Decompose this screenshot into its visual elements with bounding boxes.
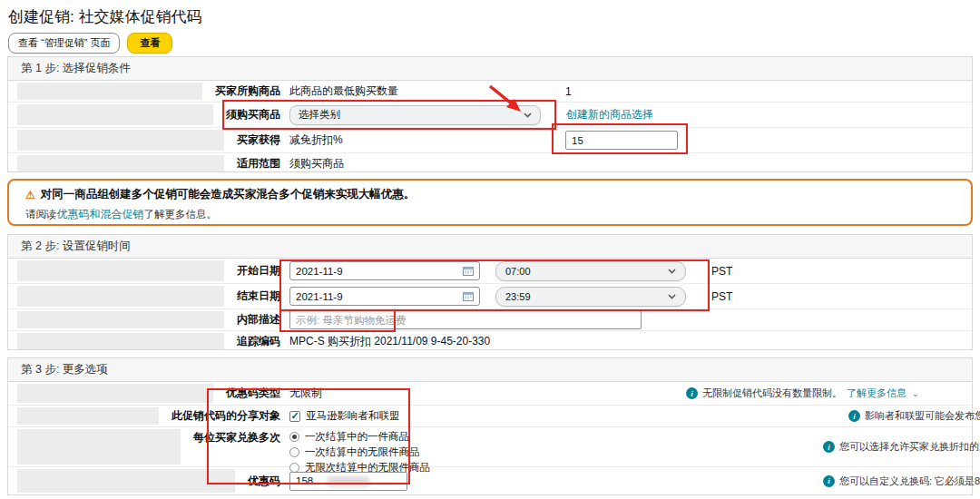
create-product-selection-link[interactable]: 创建新的商品选择 (566, 107, 653, 122)
buyer-gets-desc: 减免折扣% (289, 132, 565, 148)
tracking-code-label: 追踪编码 (224, 334, 280, 349)
redemption-label: 每位买家兑换多次 (181, 427, 280, 445)
end-date-input[interactable]: 2021-11-9 (289, 287, 480, 306)
row-buyer-purchases: 买家所购商品 此商品的最低购买数量 1 (8, 81, 972, 103)
internal-description-label: 内部描述 (224, 312, 280, 328)
warning-icon: ⚠ (25, 189, 35, 201)
internal-description-input[interactable] (289, 310, 642, 329)
row-gray-bar (17, 260, 224, 281)
row-gray-bar (17, 130, 224, 151)
influencer-checkbox-label: 亚马逊影响者和联盟 (306, 409, 400, 423)
redemption-info-text: 您可以选择允许买家兑换折扣的次数。 (839, 440, 980, 454)
promo-codes-link[interactable]: 优惠码和混合促销 (57, 208, 144, 220)
share-target-info-text: 影响者和联盟可能会发布您的促销消息以引导流量。参加此计划并不保证商品能够被投放。 (865, 409, 980, 423)
warning-line2-prefix: 请阅读 (25, 209, 57, 220)
calendar-icon (463, 291, 474, 301)
row-start-date: 开始日期 2021-11-9 07:00 PST (8, 259, 972, 284)
chevron-down-icon (668, 294, 676, 299)
info-icon: i (823, 441, 835, 453)
claim-code-label: 优惠码 (235, 474, 280, 489)
end-date-label: 结束日期 (224, 289, 280, 304)
warning-text: 对同一商品组创建多个促销可能会造成买家混合多个促销来实现大幅优惠。 (41, 187, 416, 202)
promotion-create-page: 创建促销: 社交媒体促销代码 查看 “管理促销” 页面 查看 第 1 步: 选择… (0, 0, 980, 499)
applies-to-label: 适用范围 (224, 156, 280, 171)
end-time-value: 23:59 (505, 291, 531, 302)
share-target-info: i 影响者和联盟可能会发布您的促销消息以引导流量。参加此计划并不保证商品能够被投… (848, 409, 980, 423)
radio-option-1: 一次结算中的一件商品 (289, 430, 430, 444)
step1-header: 第 1 步: 选择促销条件 (8, 57, 972, 81)
end-timezone: PST (711, 290, 732, 303)
row-share-target: 此促销代码的分享对象 ✓ 亚马逊影响者和联盟 i 影响者和联盟可能会发布您的促销… (8, 406, 972, 427)
warning-line2-suffix: 了解更多信息。 (144, 209, 218, 220)
row-internal-description: 内部描述 (8, 309, 972, 331)
buyer-purchases-label: 买家所购商品 (202, 83, 280, 99)
tracking-code-value: MPC-S 购买折扣 2021/11/09 9-45-20-330 (289, 334, 490, 349)
purchased-items-label: 须购买商品 (213, 107, 280, 122)
row-end-date: 结束日期 2021-11-9 23:59 PST (8, 284, 972, 309)
start-date-value: 2021-11-9 (296, 266, 343, 277)
discount-percent-input[interactable] (565, 131, 678, 150)
start-time-select[interactable]: 07:00 (495, 261, 686, 281)
end-time-select[interactable]: 23:59 (495, 287, 686, 307)
share-target-label: 此促销代码的分享对象 (159, 408, 280, 424)
step3-header: 第 3 步: 更多选项 (8, 358, 972, 382)
applies-to-value: 须购买商品 (289, 156, 344, 171)
category-select[interactable]: 选择类别 (289, 105, 541, 125)
row-gray-bar (17, 155, 224, 171)
view-manage-promotions-button[interactable]: 查看 “管理促销” 页面 (8, 33, 120, 54)
start-date-input[interactable]: 2021-11-9 (289, 261, 480, 280)
row-purchased-items: 须购买商品 选择类别 创建新的商品选择 i 此促销类型仅能使用 ASIN 列表。… (8, 103, 972, 128)
row-gray-bar (17, 83, 202, 100)
start-date-label: 开始日期 (224, 263, 280, 279)
step1-card: 第 1 步: 选择促销条件 买家所购商品 此商品的最低购买数量 1 须购买商品 … (7, 56, 973, 172)
redemption-info: i 您可以选择允许买家兑换折扣的次数。 了解更多信息 ⌄ (823, 440, 980, 454)
view-button[interactable]: 查看 (127, 33, 172, 54)
start-timezone: PST (711, 265, 732, 278)
learn-more-link[interactable]: 了解更多信息 (847, 386, 906, 400)
chevron-down-icon (524, 113, 532, 118)
row-redemption: 每位买家兑换多次 一次结算中的一件商品 一次结算中的无限件商品 无限次结算中的无… (8, 427, 972, 467)
info-icon: i (848, 410, 860, 422)
buyer-gets-label: 买家获得 (224, 132, 280, 148)
category-select-value: 选择类别 (299, 108, 340, 122)
row-gray-bar (17, 333, 224, 349)
row-code-type: 优惠码类型 无限制 i 无限制促销代码没有数量限制。 了解更多信息 ⌄ (8, 382, 972, 406)
row-gray-bar (17, 469, 235, 493)
radio-label: 一次结算中的无限件商品 (305, 445, 420, 459)
row-tracking-code: 追踪编码 MPC-S 购买折扣 2021/11/09 9-45-20-330 (8, 331, 972, 351)
info-icon: i (823, 475, 835, 487)
calendar-icon (463, 266, 474, 276)
claim-code-info: i 您可以自定义兑换码: 它必须是8-12个字符，包括数字前缀。 了解更多信息 … (823, 475, 980, 488)
page-title: 创建促销: 社交媒体促销代码 (8, 6, 201, 27)
buyer-purchases-value: 1 (565, 85, 572, 98)
claim-code-info-text: 您可以自定义兑换码: 它必须是8-12个字符，包括数字前缀。 (839, 475, 980, 488)
step3-card: 第 3 步: 更多选项 优惠码类型 无限制 i 无限制促销代码没有数量限制。 了… (7, 357, 973, 495)
step2-header: 第 2 步: 设置促销时间 (8, 235, 972, 259)
row-gray-bar (17, 429, 181, 465)
step2-card: 第 2 步: 设置促销时间 开始日期 2021-11-9 07:00 PST 结… (7, 234, 973, 350)
radio-option-2: 一次结算中的无限件商品 (289, 445, 430, 459)
buyer-purchases-desc: 此商品的最低购买数量 (289, 83, 565, 99)
code-type-value: 无限制 (289, 386, 322, 401)
radio-label: 一次结算中的一件商品 (305, 430, 409, 444)
row-gray-bar (17, 407, 159, 425)
redacted-claim-code (328, 476, 369, 486)
chevron-down-icon: ⌄ (912, 389, 919, 398)
top-actions: 查看 “管理促销” 页面 查看 (8, 33, 172, 54)
chevron-down-icon (668, 269, 676, 274)
info-icon: i (686, 387, 698, 399)
end-date-value: 2021-11-9 (296, 291, 343, 302)
code-type-info: i 无限制促销代码没有数量限制。 了解更多信息 ⌄ (686, 386, 919, 400)
mixed-promotion-warning: ⚠ 对同一商品组创建多个促销可能会造成买家混合多个促销来实现大幅优惠。 请阅读优… (7, 179, 973, 226)
row-gray-bar (17, 384, 213, 403)
radio-button[interactable] (289, 447, 299, 457)
influencer-checkbox[interactable]: ✓ (289, 411, 300, 422)
code-type-info-text: 无限制促销代码没有数量限制。 (702, 386, 842, 400)
row-applies-to: 适用范围 须购买商品 (8, 153, 972, 173)
code-type-label: 优惠码类型 (213, 386, 280, 401)
start-time-value: 07:00 (505, 266, 531, 277)
row-claim-code: 优惠码 i 您可以自定义兑换码: 它必须是8-12个字符，包括数字前缀。 了解更… (8, 467, 972, 494)
row-buyer-gets: 买家获得 减免折扣% (8, 128, 972, 153)
radio-button[interactable] (289, 432, 299, 442)
row-gray-bar (17, 311, 224, 328)
